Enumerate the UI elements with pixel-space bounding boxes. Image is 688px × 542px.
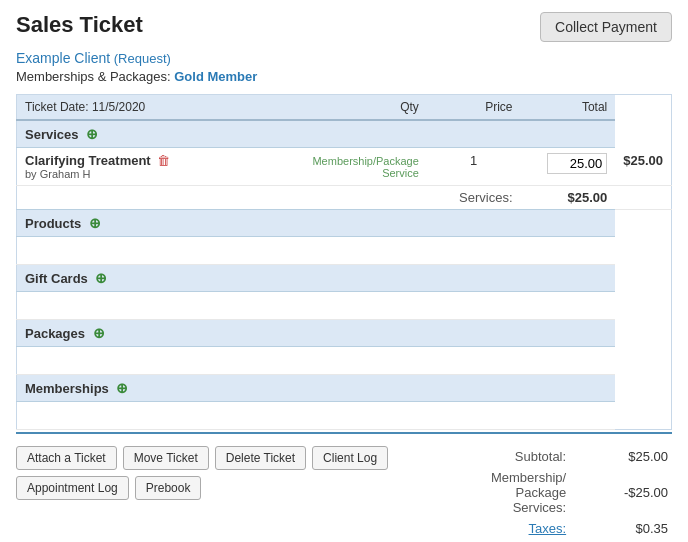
section-header-gift-cards: Gift Cards ⊕ [17,265,616,292]
delete-ticket-button[interactable]: Delete Ticket [215,446,306,470]
taxes-label[interactable]: Taxes: [432,518,574,539]
subtotal-label: Subtotal: [432,446,574,467]
service-provider: by Graham H [25,168,296,180]
memberships-label: Memberships & Packages: [16,69,171,84]
action-buttons-area: Attach a Ticket Move Ticket Delete Ticke… [16,446,412,542]
action-row-2: Appointment Log Prebook [16,476,412,500]
page-title: Sales Ticket [16,12,143,38]
divider [16,432,672,434]
empty-section-row [17,292,672,320]
delete-service-icon[interactable]: 🗑 [157,153,170,168]
bottom-area: Attach a Ticket Move Ticket Delete Ticke… [16,446,672,542]
appointment-log-button[interactable]: Appointment Log [16,476,129,500]
add-gift-cards-icon[interactable]: ⊕ [95,270,107,286]
taxes-value: $0.35 [574,518,672,539]
collect-payment-button[interactable]: Collect Payment [540,12,672,42]
page-header: Sales Ticket Collect Payment [16,12,672,42]
summary-membership-row: Membership/PackageServices: -$25.00 [432,467,672,518]
service-name-cell: Clarifying Treatment🗑by Graham H [17,148,305,186]
empty-section-row [17,402,672,430]
service-price-cell [521,148,616,186]
add-packages-icon[interactable]: ⊕ [93,325,105,341]
membership-row: Memberships & Packages: Gold Member [16,69,672,84]
membership-services-value: -$25.00 [574,467,672,518]
client-link[interactable]: Example Client [16,50,110,66]
services-total-value: $25.00 [521,186,616,210]
request-link[interactable]: (Request) [114,51,171,66]
membership-value: Gold Member [174,69,257,84]
service-total: $25.00 [615,148,671,186]
action-row-1: Attach a Ticket Move Ticket Delete Ticke… [16,446,412,470]
summary-subtotal-row: Subtotal: $25.00 [432,446,672,467]
services-total-label: Services: [427,186,521,210]
section-header-packages: Packages ⊕ [17,320,616,347]
page-container: Sales Ticket Collect Payment Example Cli… [0,0,688,542]
table-header-row: Ticket Date: 11/5/2020 Qty Price Total [17,95,672,121]
section-subtotal-display-row: Services:$25.00 [17,186,672,210]
prebook-button[interactable]: Prebook [135,476,202,500]
service-name: Clarifying Treatment [25,153,151,168]
move-ticket-button[interactable]: Move Ticket [123,446,209,470]
client-log-button[interactable]: Client Log [312,446,388,470]
client-info: Example Client (Request) [16,50,672,66]
add-memberships-icon[interactable]: ⊕ [116,380,128,396]
subtotal-value: $25.00 [574,446,672,467]
service-badge-cell: Membership/Package Service [304,148,426,186]
empty-section-row [17,237,672,265]
col-header-total: Total [521,95,616,121]
col-header-price: Price [427,95,521,121]
ticket-table: Ticket Date: 11/5/2020 Qty Price Total S… [16,94,672,430]
table-row: Clarifying Treatment🗑by Graham HMembersh… [17,148,672,186]
service-qty: 1 [427,148,521,186]
add-products-icon[interactable]: ⊕ [89,215,101,231]
empty-section-row [17,347,672,375]
summary-table: Subtotal: $25.00 Membership/PackageServi… [432,446,672,542]
section-header-products: Products ⊕ [17,210,616,237]
summary-area: Subtotal: $25.00 Membership/PackageServi… [432,446,672,542]
section-header-memberships: Memberships ⊕ [17,375,616,402]
summary-taxes-row: Taxes: $0.35 [432,518,672,539]
col-header-date: Ticket Date: 11/5/2020 [17,95,305,121]
section-header-services: Services ⊕ [17,120,616,148]
membership-services-label: Membership/PackageServices: [432,467,574,518]
col-header-qty: Qty [304,95,426,121]
service-price-input[interactable] [547,153,607,174]
add-services-icon[interactable]: ⊕ [86,126,98,142]
attach-ticket-button[interactable]: Attach a Ticket [16,446,117,470]
